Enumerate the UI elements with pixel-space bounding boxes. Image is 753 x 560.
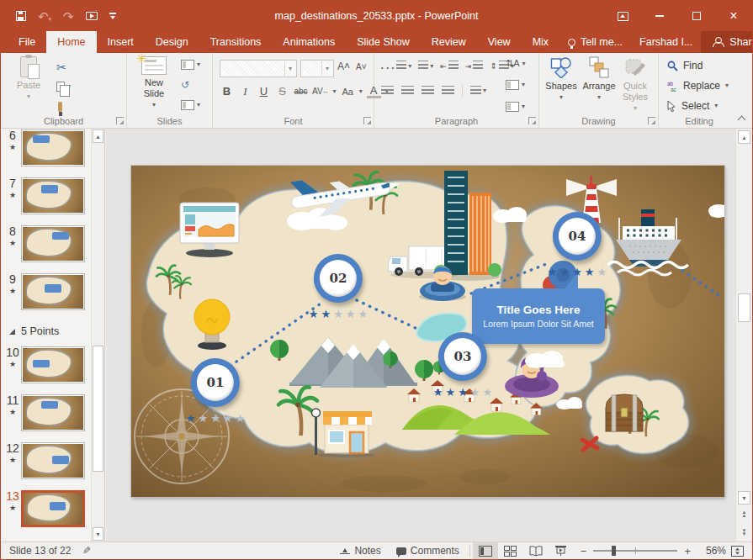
tab-view[interactable]: View: [477, 31, 522, 53]
text-shadow-button[interactable]: abc: [294, 83, 308, 99]
font-dialog-launcher[interactable]: [363, 117, 371, 124]
close-button[interactable]: ×: [715, 1, 752, 31]
slide-thumbnail-9[interactable]: 9★: [4, 273, 87, 310]
font-size-combobox[interactable]: ▾: [300, 60, 334, 77]
thumbnail-scroll-down-icon[interactable]: ▼: [93, 527, 103, 541]
numbering-button[interactable]: ▾: [418, 61, 433, 71]
slide-thumbnail-image[interactable]: [21, 442, 85, 479]
character-spacing-button[interactable]: AV↔: [312, 83, 329, 99]
select-button[interactable]: Select▾: [667, 100, 718, 112]
increase-indent-button[interactable]: ⇥: [465, 61, 484, 71]
shapes-button[interactable]: Shapes▾: [543, 56, 580, 101]
thumbnail-scrollbar-thumb[interactable]: [93, 346, 103, 472]
undo-icon[interactable]: ↶▾: [38, 10, 51, 23]
reading-view-button[interactable]: [523, 542, 549, 559]
slide-thumbnail-image[interactable]: [21, 129, 85, 166]
quick-styles-button[interactable]: Quick Styles▾: [618, 56, 652, 112]
slide-thumbnail-image[interactable]: [21, 273, 85, 310]
arrange-button[interactable]: Arrange▾: [580, 56, 618, 101]
tab-file[interactable]: File: [8, 31, 46, 53]
slide-thumbnail-image[interactable]: [21, 346, 85, 383]
tell-me-box[interactable]: Tell me...: [559, 31, 631, 53]
find-button[interactable]: Find: [667, 60, 703, 71]
slide-thumbnail-13[interactable]: 13★: [4, 490, 87, 527]
bullets-button[interactable]: ▾: [381, 61, 411, 71]
share-button[interactable]: Share: [701, 31, 753, 53]
reset-button[interactable]: ↺: [181, 80, 189, 90]
map-marker-04[interactable]: 04★★★★★: [548, 212, 607, 277]
columns-button[interactable]: ▾: [470, 86, 486, 97]
section-collapse-icon[interactable]: [9, 329, 15, 335]
current-slide[interactable]: Title Goes Here Lorem Ipsum Dolor Sit Am…: [131, 166, 724, 497]
scroll-down-icon[interactable]: ▼: [738, 491, 750, 505]
slide-thumbnail-10[interactable]: 10★: [4, 346, 87, 383]
replace-button[interactable]: ab ac Replace▾: [667, 80, 729, 92]
layout-button[interactable]: ▾: [181, 60, 200, 70]
justify-button[interactable]: [442, 86, 454, 97]
tab-transitions[interactable]: Transitions: [199, 31, 273, 53]
paste-button[interactable]: Paste ▾: [9, 56, 48, 100]
thumbnail-scrollbar[interactable]: ▲ ▼: [91, 129, 104, 542]
map-marker-03[interactable]: 03★★★★★: [433, 332, 492, 398]
tab-insert[interactable]: Insert: [97, 31, 145, 53]
zoom-percentage[interactable]: 56%: [697, 545, 726, 557]
format-painter-button[interactable]: [58, 102, 62, 112]
clipboard-dialog-launcher[interactable]: [116, 117, 124, 124]
tab-animations[interactable]: Animations: [272, 31, 346, 53]
shrink-font-button[interactable]: A˅: [356, 62, 367, 71]
align-left-button[interactable]: [381, 86, 394, 97]
character-spacing-dropdown-icon[interactable]: ▾: [333, 88, 337, 95]
redo-icon[interactable]: ↷: [63, 10, 74, 23]
smartart-button[interactable]: ▾: [506, 102, 525, 112]
slide-thumbnail-12[interactable]: 12★: [4, 442, 87, 479]
zoom-slider-thumb[interactable]: [612, 546, 616, 556]
text-direction-button[interactable]: ⇅A▾: [506, 58, 526, 69]
paragraph-dialog-launcher[interactable]: [528, 117, 536, 124]
notes-pen-icon[interactable]: ✎: [82, 545, 91, 557]
tab-home[interactable]: Home: [46, 31, 96, 53]
minimize-button[interactable]: [641, 1, 678, 31]
font-size-dropdown-icon[interactable]: ▾: [321, 61, 332, 76]
italic-button[interactable]: I: [238, 83, 252, 99]
bold-button[interactable]: B: [220, 83, 234, 99]
map-marker-02[interactable]: 02★★★★★: [309, 254, 368, 320]
slide-thumbnail-image[interactable]: [21, 394, 85, 431]
zoom-out-icon[interactable]: −: [581, 546, 587, 557]
tab-review[interactable]: Review: [421, 31, 477, 53]
section-button[interactable]: ▾: [181, 100, 200, 110]
zoom-in-icon[interactable]: +: [684, 546, 691, 557]
notes-button[interactable]: Notes: [332, 542, 388, 559]
scrollbar-thumb[interactable]: [738, 293, 750, 322]
account-name[interactable]: Farshad I...: [631, 31, 701, 53]
callout-title[interactable]: Title Goes Here: [497, 304, 581, 316]
slide-thumbnail-11[interactable]: 11★: [4, 394, 87, 431]
decrease-indent-button[interactable]: ⇤: [440, 61, 459, 71]
slide-thumbnail-image[interactable]: [21, 225, 85, 262]
tab-design[interactable]: Design: [145, 31, 199, 53]
tab-slide-show[interactable]: Slide Show: [346, 31, 421, 53]
next-slide-icon[interactable]: ▼▼: [738, 525, 750, 540]
align-center-button[interactable]: [401, 86, 414, 97]
align-right-button[interactable]: [422, 86, 434, 97]
new-slide-button[interactable]: ✳ New Slide ▾: [132, 56, 176, 108]
normal-view-button[interactable]: [473, 542, 498, 559]
map-marker-01[interactable]: 01★★★★★: [186, 358, 245, 424]
section-header[interactable]: 5 Points: [9, 321, 90, 341]
fit-slide-to-window-button[interactable]: [726, 546, 752, 557]
align-text-button[interactable]: ▾: [506, 80, 525, 90]
ribbon-display-options-button[interactable]: [604, 1, 641, 31]
slide-thumbnail-6[interactable]: 6★: [4, 129, 87, 166]
customize-quick-access-icon[interactable]: [109, 13, 116, 19]
start-slideshow-icon[interactable]: [86, 12, 98, 20]
scroll-up-icon[interactable]: ▲: [738, 130, 750, 144]
drawing-dialog-launcher[interactable]: [648, 117, 655, 124]
slide-show-button[interactable]: [549, 542, 574, 559]
tab-mix[interactable]: Mix: [522, 31, 559, 53]
previous-slide-icon[interactable]: ▲▲: [738, 506, 750, 521]
zoom-slider[interactable]: [593, 550, 677, 552]
callout-subtitle[interactable]: Lorem Ipsum Dolor Sit Amet: [483, 319, 593, 329]
font-name-dropdown-icon[interactable]: ▾: [284, 61, 295, 76]
comments-button[interactable]: Comments: [389, 542, 467, 559]
maximize-button[interactable]: [678, 1, 715, 31]
change-case-dropdown-icon[interactable]: ▾: [359, 88, 363, 95]
